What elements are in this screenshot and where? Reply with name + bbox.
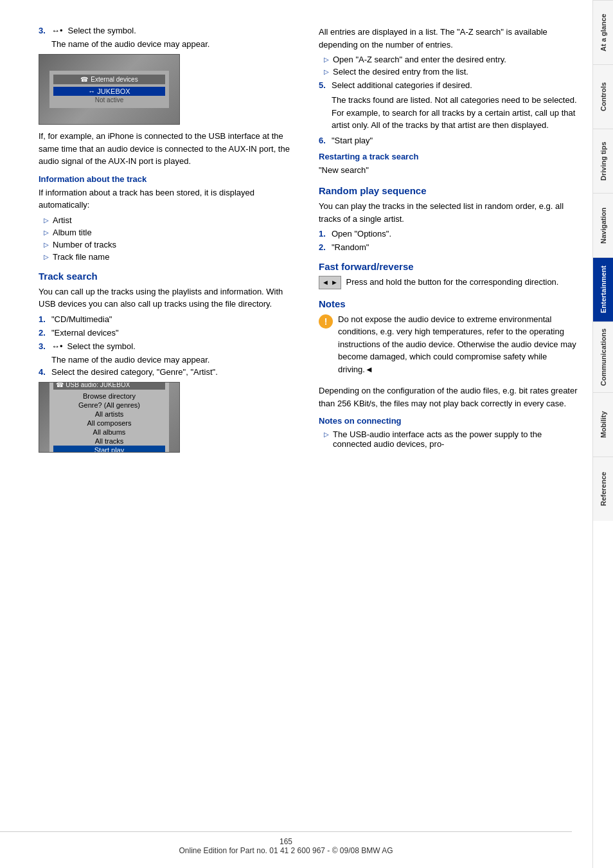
random-step-1-text: Open "Options". xyxy=(332,229,391,239)
step-3b-text: Select the symbol. xyxy=(67,341,136,351)
az-bullet-1: Open "A-Z search" and enter the desired … xyxy=(324,55,580,64)
restarting-text: "New search" xyxy=(319,164,580,177)
step-3-top: 3. ↔• Select the symbol. xyxy=(39,26,299,35)
device-image-1: ☎ External devices ↔ JUKEBOX Not active xyxy=(39,54,180,125)
random-heading: Random play sequence xyxy=(319,185,580,196)
step-4-num: 4. xyxy=(39,367,49,377)
random-para: You can play the tracks in the selected … xyxy=(319,200,580,225)
random-step-1-num: 1. xyxy=(319,229,329,239)
info-heading: Information about the track xyxy=(39,174,299,184)
bullet-track-file: Track file name xyxy=(44,252,299,262)
usb-item-3: All artists xyxy=(53,410,164,419)
step-5-text: Select additional categories if desired. xyxy=(332,80,472,90)
step-3b-sub: The name of the audio device may appear. xyxy=(51,355,299,365)
notes-connecting-bullet-1: The USB-audio interface acts as the powe… xyxy=(324,429,580,449)
bullet-num-tracks: Number of tracks xyxy=(44,240,299,249)
step-3b-num: 3. xyxy=(39,341,49,351)
sidebar-tab-driving-tips[interactable]: Driving tips xyxy=(593,129,613,193)
note-para2: Depending on the configuration of the au… xyxy=(319,384,580,410)
usb-item-2: Genre? (All genres) xyxy=(53,401,164,410)
step-5: 5. Select additional categories if desir… xyxy=(319,80,580,90)
step-6-text: "Start play" xyxy=(332,136,373,145)
right-column: All entries are displayed in a list. The… xyxy=(319,26,580,458)
step-6: 6. "Start play" xyxy=(319,136,580,145)
left-column: 3. ↔• Select the symbol. The name of the… xyxy=(39,26,299,458)
track-search-heading: Track search xyxy=(39,271,299,282)
az-bullet-2: Select the desired entry from the list. xyxy=(324,67,580,77)
warning-icon: ! xyxy=(319,314,333,329)
notes-connecting-heading: Notes on connecting xyxy=(319,416,580,426)
step-2-text: "External devices" xyxy=(51,328,119,338)
sidebar-tab-entertainment[interactable]: Entertainment xyxy=(593,257,613,321)
right-sidebar: At a glance Controls Driving tips Naviga… xyxy=(592,0,613,868)
device-image-2: ☎ USB audio: JUKEBOX Browse directory Ge… xyxy=(39,382,180,453)
sidebar-tab-communications[interactable]: Communications xyxy=(593,321,613,392)
random-step-2-num: 2. xyxy=(319,242,329,252)
step-6-num: 6. xyxy=(319,136,329,145)
usb-item-7: Start play xyxy=(53,446,164,453)
ff-heading: Fast forward/reverse xyxy=(319,261,580,272)
step-number: 3. xyxy=(39,26,49,35)
random-step-2: 2. "Random" xyxy=(319,242,580,252)
page-number: 165 xyxy=(280,837,292,846)
step-4-text: Select the desired category, "Genre", "A… xyxy=(51,367,218,377)
device1-item1: ↔ JUKEBOX xyxy=(53,87,164,96)
ff-para: ◄ ► Press and hold the button for the co… xyxy=(319,276,580,289)
step-5-num: 5. xyxy=(319,80,329,90)
notes-heading: Notes xyxy=(319,298,580,309)
az-bullets: Open "A-Z search" and enter the desired … xyxy=(324,55,580,77)
track-bullets-list: Artist Album title Number of tracks Trac… xyxy=(44,215,299,262)
step-2: 2. "External devices" xyxy=(39,328,299,338)
step-4: 4. Select the desired category, "Genre",… xyxy=(39,367,299,377)
step-2-num: 2. xyxy=(39,328,49,338)
track-search-para: You can call up the tracks using the pla… xyxy=(39,285,299,311)
footer-text: Online Edition for Part no. 01 41 2 600 … xyxy=(179,846,393,855)
usb-item-5: All albums xyxy=(53,428,164,437)
step-symbol: ↔• xyxy=(51,26,63,35)
bullet-artist: Artist xyxy=(44,215,299,225)
warning-note: ! Do not expose the audio device to extr… xyxy=(319,313,580,380)
device2-icon: ☎ xyxy=(56,382,64,388)
usb-item-6: All tracks xyxy=(53,437,164,446)
notes-connecting-bullets: The USB-audio interface acts as the powe… xyxy=(324,429,580,449)
usb-item-1: Browse directory xyxy=(53,392,164,401)
device1-item2: Not active xyxy=(53,96,164,104)
sidebar-tab-mobility[interactable]: Mobility xyxy=(593,392,613,457)
step-3-sub: The name of the audio device may appear. xyxy=(51,39,299,49)
usb-item-4: All composers xyxy=(53,419,164,428)
random-step-2-text: "Random" xyxy=(332,242,369,252)
sidebar-tab-reference[interactable]: Reference xyxy=(593,457,613,521)
info-para2: If information about a track has been st… xyxy=(39,186,299,212)
step-1: 1. "CD/Multimedia" xyxy=(39,314,299,324)
info-para: If, for example, an iPhone is connected … xyxy=(39,130,299,168)
restarting-heading: Restarting a track search xyxy=(319,152,580,161)
page-footer: 165 Online Edition for Part no. 01 41 2 … xyxy=(0,831,572,855)
sidebar-tab-at-a-glance[interactable]: At a glance xyxy=(593,0,613,64)
device1-item1-icon: ↔ xyxy=(88,87,95,95)
ff-icon: ◄ ► xyxy=(319,276,341,289)
bullet-album: Album title xyxy=(44,228,299,237)
sidebar-tab-controls[interactable]: Controls xyxy=(593,64,613,129)
sidebar-tab-navigation[interactable]: Navigation xyxy=(593,193,613,257)
step-1-text: "CD/Multimedia" xyxy=(51,314,112,324)
step-5-para: The tracks found are listed. Not all cat… xyxy=(332,94,580,132)
random-step-1: 1. Open "Options". xyxy=(319,229,580,239)
warning-text: Do not expose the audio device to extrem… xyxy=(338,313,580,376)
step-1-num: 1. xyxy=(39,314,49,324)
step-text: Select the symbol. xyxy=(68,26,136,35)
all-entries-para: All entries are displayed in a list. The… xyxy=(319,26,580,51)
step-3b: 3. ↔• Select the symbol. xyxy=(39,341,299,351)
device1-icon: ☎ xyxy=(80,76,88,83)
step-3b-sym: ↔• xyxy=(51,341,63,351)
